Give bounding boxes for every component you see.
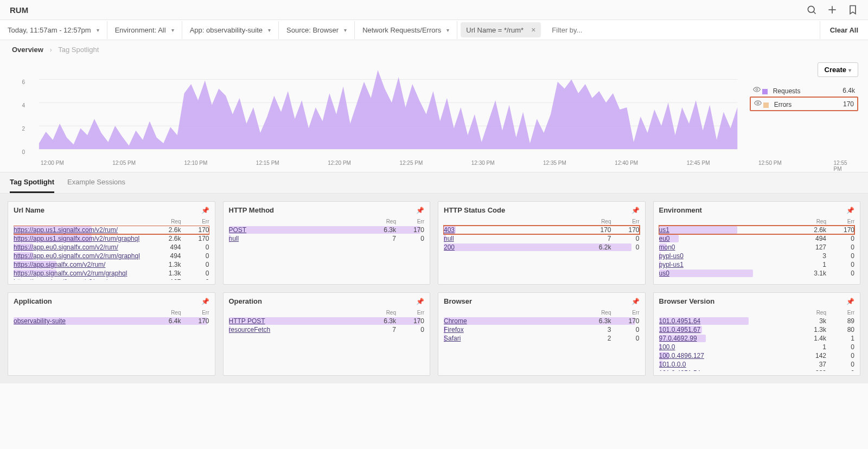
table-row[interactable]: 101.0.4951.543390 (659, 369, 855, 371)
table-row[interactable]: Chrome6.3k170 (444, 317, 640, 325)
panel-url-name: Url Name📌ReqErrhttps://app.us1.signalfx.… (8, 201, 215, 285)
table-row[interactable]: observability-suite6.4k170 (14, 317, 209, 325)
row-label[interactable]: pypl-us1 (659, 261, 799, 268)
table-row[interactable]: 97.0.4692.991.4k1 (659, 334, 855, 343)
row-label[interactable]: null (444, 235, 583, 242)
bookmark-icon[interactable] (847, 4, 858, 15)
pin-icon[interactable]: 📌 (631, 207, 640, 214)
app-filter[interactable]: App: observability-suite (182, 21, 279, 39)
table-row[interactable]: 403170170 (444, 226, 640, 234)
row-label[interactable]: eu0 (659, 235, 799, 242)
clear-all-button[interactable]: Clear All (820, 21, 868, 39)
table-row[interactable]: https://app.us1.signalfx.com/v2/rum/grap… (14, 234, 209, 243)
table-row[interactable]: eu04940 (659, 234, 855, 243)
pin-icon[interactable]: 📌 (631, 298, 640, 305)
row-label[interactable]: Safari (444, 335, 583, 342)
create-button[interactable]: Create (818, 62, 858, 77)
table-row[interactable]: Safari20 (444, 334, 640, 343)
row-label[interactable]: https://mon.signalfx.com/v2/rum/ (14, 278, 153, 280)
row-label[interactable]: mon0 (659, 243, 799, 251)
table-row[interactable]: https://app.signalfx.com/v2/rum/1.3k0 (14, 260, 209, 269)
pin-icon[interactable]: 📌 (201, 207, 209, 214)
table-row[interactable]: mon01270 (659, 243, 855, 252)
legend-row-errors[interactable]: Errors 170 (750, 97, 858, 111)
row-label[interactable]: Chrome (444, 317, 583, 325)
row-label[interactable]: us0 (659, 270, 799, 277)
table-row[interactable]: 100.010 (659, 343, 855, 351)
row-label[interactable]: us1 (659, 226, 799, 234)
close-icon[interactable]: × (531, 25, 535, 34)
row-label[interactable]: https://app.us1.signalfx.com/v2/rum/grap… (14, 235, 153, 242)
plus-icon[interactable] (827, 4, 838, 15)
filter-input[interactable] (544, 21, 819, 39)
row-label[interactable]: 100.0.4896.127 (659, 352, 799, 360)
table-row[interactable]: resourceFetch70 (229, 325, 425, 334)
table-row[interactable]: pypl-us110 (659, 260, 855, 269)
row-err: 0 (826, 252, 854, 260)
table-row[interactable]: 100.0.4896.1271420 (659, 351, 855, 360)
row-label[interactable]: https://app.signalfx.com/v2/rum/graphql (14, 270, 153, 277)
table-row[interactable]: https://app.signalfx.com/v2/rum/graphql1… (14, 269, 209, 278)
pin-icon[interactable]: 📌 (201, 298, 209, 305)
row-label[interactable]: https://app.signalfx.com/v2/rum/ (14, 261, 153, 268)
table-row[interactable]: POST6.3k170 (229, 226, 425, 234)
row-label[interactable]: null (229, 235, 368, 242)
table-row[interactable]: us12.6k170 (659, 226, 855, 234)
row-req: 494 (153, 243, 181, 251)
panel-environment: Environment📌ReqErrus12.6k170eu04940mon01… (653, 201, 861, 285)
source-filter[interactable]: Source: Browser (279, 21, 355, 39)
row-label[interactable]: pypl-us0 (659, 252, 799, 260)
row-label[interactable]: 403 (444, 226, 583, 234)
row-label[interactable]: 200 (444, 243, 583, 251)
row-label[interactable]: https://app.us1.signalfx.com/v2/rum/ (14, 226, 153, 234)
row-label[interactable]: 101.0.4951.54 (659, 369, 799, 371)
row-label[interactable]: Firefox (444, 326, 583, 333)
row-label[interactable]: 101.0.4951.64 (659, 317, 799, 325)
table-row[interactable]: 101.0.4951.643k89 (659, 317, 855, 325)
pin-icon[interactable]: 📌 (846, 207, 854, 214)
table-row[interactable]: https://mon.signalfx.com/v2/rum/1270 (14, 278, 209, 280)
tab-example-sessions[interactable]: Example Sessions (67, 172, 125, 193)
panel-title: HTTP Method (229, 206, 275, 214)
row-req: 1.3k (798, 326, 826, 333)
row-label[interactable]: 101.0.4951.67 (659, 326, 799, 333)
row-label[interactable]: observability-suite (14, 317, 153, 325)
row-label[interactable]: resourceFetch (229, 326, 368, 333)
search-icon[interactable] (806, 4, 817, 15)
time-range-filter[interactable]: Today, 11:57am - 12:57pm (0, 21, 107, 39)
table-row[interactable]: us03.1k0 (659, 269, 855, 278)
metric-filter[interactable]: Network Requests/Errors (355, 21, 457, 39)
row-label[interactable]: POST (229, 226, 368, 234)
table-row[interactable]: https://app.eu0.signalfx.com/v2/rum/grap… (14, 252, 209, 260)
table-row[interactable]: HTTP POST6.3k170 (229, 317, 425, 325)
row-label[interactable]: 97.0.4692.99 (659, 335, 799, 342)
table-row[interactable]: https://app.eu0.signalfx.com/v2/rum/4940 (14, 243, 209, 252)
row-label[interactable]: HTTP POST (229, 317, 368, 325)
tag-filter-chip[interactable]: Url Name = */rum* × (461, 22, 541, 37)
requests-chart[interactable]: 0246 (10, 62, 741, 160)
tab-tag-spotlight[interactable]: Tag Spotlight (10, 172, 54, 193)
pin-icon[interactable]: 📌 (416, 298, 424, 305)
table-row[interactable]: null70 (229, 234, 425, 243)
table-row[interactable]: Firefox30 (444, 325, 640, 334)
row-req: 494 (798, 235, 826, 242)
legend-row-requests[interactable]: Requests 6.4k (750, 84, 858, 97)
table-row[interactable]: pypl-us030 (659, 252, 855, 260)
environment-filter[interactable]: Environment: All (107, 21, 182, 39)
row-label[interactable]: https://app.eu0.signalfx.com/v2/rum/ (14, 243, 153, 251)
row-err: 0 (826, 261, 854, 268)
table-row[interactable]: 101.0.0.0370 (659, 360, 855, 369)
table-row[interactable]: 2006.2k0 (444, 243, 640, 252)
row-req: 3 (798, 252, 826, 260)
row-label[interactable]: https://app.eu0.signalfx.com/v2/rum/grap… (14, 252, 153, 260)
table-row[interactable]: https://app.us1.signalfx.com/v2/rum/2.6k… (14, 226, 209, 234)
pin-icon[interactable]: 📌 (416, 207, 424, 214)
row-label[interactable]: 100.0 (659, 343, 799, 351)
row-label[interactable]: 101.0.0.0 (659, 361, 799, 368)
pin-icon[interactable]: 📌 (846, 298, 854, 305)
table-row[interactable]: 101.0.4951.671.3k80 (659, 325, 855, 334)
row-err: 0 (611, 335, 640, 342)
row-req: 6.3k (368, 317, 396, 325)
breadcrumb-root[interactable]: Overview (12, 46, 43, 54)
table-row[interactable]: null70 (444, 234, 640, 243)
